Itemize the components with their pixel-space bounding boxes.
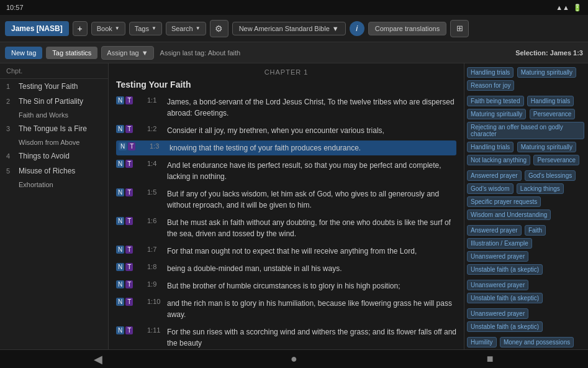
new-tag-button[interactable]: New tag [5,47,42,59]
verse-row-1-1[interactable]: N T 1:1 James, a bond-servant of the Lor… [116,94,456,121]
tag-maturing-1-2[interactable]: Maturing spiritually [517,67,576,78]
tag-statistics-button[interactable]: Tag statistics [46,47,97,59]
marker-t-1-1[interactable]: T [125,96,133,104]
tag-unstable-faith-1-6[interactable]: Unstable faith (a skeptic) [467,264,543,275]
tag-unstable-faith-1-8[interactable]: Unstable faith (a skeptic) [467,321,543,332]
home-button[interactable]: ● [281,350,306,369]
sidebar-sub-wisdom[interactable]: Wisdom from Above [0,136,108,149]
verse-row-1-6[interactable]: N T 1:6 But he must ask in faith without… [116,215,456,241]
tag-not-lacking-1-4[interactable]: Not lacking anything [467,155,530,165]
expand-button[interactable]: ⊞ [450,20,469,37]
tag-rejecting-1-3[interactable]: Rejecting an offer based on godly charac… [467,122,584,139]
tag-money-1-9[interactable]: Money and possessions [500,337,574,347]
james-button[interactable]: James [NASB] [5,21,69,36]
verse-text-1-2: Consider it all joy, my brethren, when y… [167,125,456,136]
verse-row-1-4[interactable]: N T 1:4 And let endurance have its perfe… [116,158,456,184]
marker-n-1-10[interactable]: N [116,298,124,306]
tag-perseverance-1-3[interactable]: Perseverance [530,109,576,119]
add-button[interactable]: + [73,21,88,36]
tag-gods-blessings-1-5[interactable]: God's blessings [525,170,576,181]
marker-t-1-8[interactable]: T [125,263,133,271]
marker-n-1-5[interactable]: N [116,188,124,196]
tag-specific-prayer-1-5[interactable]: Specific prayer requests [467,196,541,207]
marker-t-1-7[interactable]: T [125,246,133,254]
tags-dropdown[interactable]: Tags ▼ [129,22,162,35]
tag-illustration-1-6[interactable]: Illustration / Example [467,238,532,249]
search-dropdown[interactable]: Search ▼ [166,22,206,35]
marker-n-1-6[interactable]: N [116,217,124,225]
tag-maturing-1-4[interactable]: Maturing spiritually [517,142,576,152]
marker-t-1-6[interactable]: T [125,217,133,225]
book-dropdown[interactable]: Book ▼ [91,22,125,35]
tag-lacking-things-1-5[interactable]: Lacking things [517,183,564,194]
tag-perseverance-1-4[interactable]: Perseverance [533,155,579,165]
compare-button[interactable]: Compare translations [368,22,447,35]
verse-row-1-7[interactable]: N T 1:7 For that man ought not to expect… [116,244,456,259]
verse-row-1-2[interactable]: N T 1:2 Consider it all joy, my brethren… [116,123,456,138]
sidebar-num-3: 3 [6,125,15,132]
tag-row-1-7: Unanswered prayer Unstable faith (a skep… [467,278,586,305]
sidebar-sub-faith-works[interactable]: Faith and Works [0,109,108,121]
bible-version-select[interactable]: New American Standard Bible ▼ [232,22,346,35]
verse-row-1-3[interactable]: N T 1:3 knowing that the testing of your… [116,140,456,155]
marker-t-1-2[interactable]: T [125,125,133,133]
marker-t-1-4[interactable]: T [125,160,133,168]
verse-row-1-11[interactable]: N T 1:11 For the sun rises with a scorch… [116,324,456,349]
assign-last-tag[interactable]: Assign last tag: About faith [158,49,243,57]
marker-n-1-4[interactable]: N [116,160,124,168]
sidebar-label-things-avoid: Things to Avoid [19,152,70,160]
tag-gods-wisdom-1-5[interactable]: God's wisdom [467,183,513,194]
gear-button[interactable]: ⚙ [210,20,228,37]
tag-unanswered-prayer-1-8[interactable]: Unanswered prayer [467,308,528,319]
main-area: Chpt. 1 Testing Your Faith 2 The Sin of … [0,63,588,349]
sidebar: Chpt. 1 Testing Your Faith 2 The Sin of … [0,63,109,349]
sidebar-item-testing-faith[interactable]: 1 Testing Your Faith [0,79,108,94]
tag-handling-trials-1-2[interactable]: Handling trials [467,67,513,78]
verse-row-1-9[interactable]: N T 1:9 But the brother of humble circum… [116,278,456,293]
marker-n-1-2[interactable]: N [116,125,124,133]
tag-reason-joy-1-2[interactable]: Reason for joy [467,80,514,91]
tag-humility-1-9[interactable]: Humility [467,337,497,347]
tag-handling-trials-1-3[interactable]: Handling trials [527,96,574,106]
verse-num-1-11: 1:11 [147,326,167,334]
marker-t-1-3[interactable]: T [128,142,135,150]
tag-answered-prayer-1-6[interactable]: Answered prayer [467,225,522,236]
sidebar-sub-exhortation[interactable]: Exhortation [0,178,108,191]
assign-tag-button[interactable]: Assign tag ▼ [101,46,153,60]
back-button[interactable]: ◀ [86,350,111,369]
marker-n-1-11[interactable]: N [116,326,124,334]
tag-faith-1-6[interactable]: Faith [525,225,546,236]
book-arrow-icon: ▼ [115,25,120,31]
sidebar-item-sin-partiality[interactable]: 2 The Sin of Partiality [0,94,108,109]
content-area[interactable]: CHAPTER 1 Testing Your Faith N T 1:1 Jam… [109,63,464,349]
tag-unanswered-prayer-1-6[interactable]: Unanswered prayer [467,251,528,262]
info-button[interactable]: i [350,21,364,36]
sidebar-item-things-avoid[interactable]: 4 Things to Avoid [0,149,108,163]
verse-row-1-10[interactable]: N T 1:10 and the rich man is to glory in… [116,296,456,322]
tag-answered-prayer-1-5[interactable]: Answered prayer [467,170,522,181]
tag-unanswered-prayer-1-7[interactable]: Unanswered prayer [467,280,528,290]
marker-n-1-3[interactable]: N [119,142,127,150]
tag-handling-trials-1-4[interactable]: Handling trials [467,142,513,152]
marker-t-1-9[interactable]: T [125,280,133,288]
marker-n-1-9[interactable]: N [116,280,124,288]
marker-n-1-1[interactable]: N [116,96,124,104]
tag-wisdom-1-5[interactable]: Wisdom and Understanding [467,209,551,220]
marker-n-1-8[interactable]: N [116,263,124,271]
sidebar-item-tongue[interactable]: 3 The Tongue Is a Fire [0,121,108,136]
sidebar-item-misuse-riches[interactable]: 5 Misuse of Riches [0,163,108,178]
status-bar: 10:57 ▲▲ 🔋 [0,0,588,15]
recent-button[interactable]: ■ [477,350,502,369]
sidebar-label-sin-partiality: The Sin of Partiality [19,97,83,106]
marker-t-1-10[interactable]: T [125,298,133,306]
marker-n-1-7[interactable]: N [116,246,124,254]
recent-icon: ■ [487,352,494,366]
tag-maturing-1-3[interactable]: Maturing spiritually [467,109,526,119]
sidebar-label-tongue: The Tongue Is a Fire [19,124,87,133]
tag-unstable-faith-1-7[interactable]: Unstable faith (a skeptic) [467,293,543,303]
verse-row-1-5[interactable]: N T 1:5 But if any of you lacks wisdom, … [116,186,456,213]
marker-t-1-5[interactable]: T [125,188,133,196]
marker-t-1-11[interactable]: T [125,326,133,334]
verse-row-1-8[interactable]: N T 1:8 being a double-minded man, unsta… [116,261,456,276]
tag-faith-tested-1-3[interactable]: Faith being tested [467,96,524,106]
